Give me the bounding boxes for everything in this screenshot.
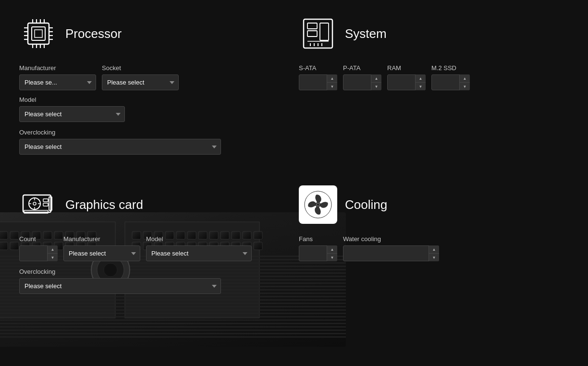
water-cooling-down-arrow[interactable]: ▼: [429, 254, 439, 261]
svg-rect-109: [0, 323, 346, 324]
gpu-manufacturer-field-group: Manufacturer Please select: [63, 235, 140, 261]
svg-rect-1: [32, 27, 45, 40]
water-cooling-field-group: Water cooling 0x ▲ ▼: [343, 235, 439, 261]
fan-icon: [304, 190, 332, 219]
svg-rect-113: [0, 336, 346, 338]
svg-rect-111: [0, 329, 346, 331]
sata-field-group: S-ATA 0x ▲ ▼: [299, 64, 337, 90]
gpu-model-label: Model: [146, 235, 252, 243]
count-spinner[interactable]: 1x ▲ ▼: [19, 245, 58, 261]
overclocking-select[interactable]: Please select: [19, 139, 221, 155]
fans-field-group: Fans 0x ▲ ▼: [299, 235, 337, 261]
gpu-manufacturer-select[interactable]: Please select: [63, 245, 140, 261]
count-up-arrow[interactable]: ▲: [48, 245, 58, 254]
socket-field-group: Socket Please select: [102, 64, 179, 90]
gpu-overclocking-label: Overclocking: [19, 268, 221, 275]
graphics-title: Graphics card: [65, 197, 143, 212]
ram-down-arrow[interactable]: ▼: [416, 83, 426, 90]
fans-spinner[interactable]: 0x ▲ ▼: [299, 245, 337, 261]
cooling-header: Cooling: [299, 185, 564, 224]
system-title: System: [345, 26, 387, 41]
ram-field-group: RAM 0x ▲ ▼: [387, 64, 426, 90]
water-cooling-spinner[interactable]: 0x ▲ ▼: [343, 245, 439, 261]
water-cooling-input[interactable]: 0x: [343, 245, 439, 261]
m2ssd-up-arrow[interactable]: ▲: [460, 74, 470, 83]
m2ssd-field-group: M.2 SSD 0x ▲ ▼: [431, 64, 470, 90]
sata-spinner[interactable]: 0x ▲ ▼: [299, 74, 337, 90]
svg-rect-20: [307, 23, 317, 29]
sata-arrows: ▲ ▼: [327, 74, 337, 90]
pata-label: P-ATA: [343, 64, 381, 72]
socket-label: Socket: [102, 64, 179, 72]
graphics-fields-row2: Overclocking Please select: [19, 268, 284, 294]
cooling-section: Cooling Fans 0x ▲ ▼ Water cooling 0x: [294, 171, 574, 310]
svg-rect-22: [320, 23, 329, 40]
cooling-title: Cooling: [345, 197, 387, 212]
system-header: System: [299, 14, 564, 53]
m2ssd-arrows: ▲ ▼: [459, 74, 470, 90]
water-cooling-up-arrow[interactable]: ▲: [429, 245, 439, 254]
sata-up-arrow[interactable]: ▲: [327, 74, 337, 83]
graphics-header: Graphics card: [19, 185, 284, 224]
gpu-overclocking-select[interactable]: Please select: [19, 278, 221, 294]
count-down-arrow[interactable]: ▼: [48, 254, 58, 261]
svg-rect-112: [0, 333, 346, 334]
ram-label: RAM: [387, 64, 426, 72]
cooling-fields-row1: Fans 0x ▲ ▼ Water cooling 0x ▲ ▼: [299, 235, 564, 261]
manufacturer-label: Manufacturer: [19, 64, 96, 72]
count-label: Count: [19, 235, 58, 243]
system-icon: [299, 14, 337, 53]
model-field-group: Model Please select: [19, 96, 125, 122]
overclocking-field-group: Overclocking Please select: [19, 129, 221, 155]
overclocking-label: Overclocking: [19, 129, 221, 136]
water-cooling-arrows: ▲ ▼: [429, 245, 439, 261]
fans-down-arrow[interactable]: ▼: [327, 254, 337, 261]
manufacturer-field-group: Manufacturer Please se...: [19, 64, 96, 90]
processor-header: Processor: [19, 14, 284, 53]
cooling-icon-wrapper: [299, 185, 337, 224]
svg-rect-28: [23, 195, 51, 212]
sata-down-arrow[interactable]: ▼: [327, 83, 337, 90]
ram-up-arrow[interactable]: ▲: [416, 74, 426, 83]
svg-rect-0: [28, 23, 49, 44]
svg-rect-18: [35, 30, 42, 37]
ram-arrows: ▲ ▼: [415, 74, 426, 90]
water-cooling-label: Water cooling: [343, 235, 439, 243]
ram-spinner[interactable]: 0x ▲ ▼: [387, 74, 426, 90]
gpu-model-field-group: Model Please select: [146, 235, 252, 261]
model-label: Model: [19, 96, 125, 103]
m2ssd-spinner[interactable]: 0x ▲ ▼: [431, 74, 470, 90]
manufacturer-select[interactable]: Please se...: [19, 74, 96, 90]
m2ssd-down-arrow[interactable]: ▼: [460, 83, 470, 90]
graphics-section: Graphics card Count 1x ▲ ▼ Manufacturer …: [14, 171, 294, 310]
pata-arrows: ▲ ▼: [371, 74, 381, 90]
gpu-model-select[interactable]: Please select: [146, 245, 252, 261]
system-fields-row1: S-ATA 0x ▲ ▼ P-ATA 0x ▲ ▼: [299, 64, 564, 90]
svg-rect-110: [0, 326, 346, 328]
processor-section: Processor Manufacturer Please se... Sock…: [14, 10, 294, 171]
count-arrows: ▲ ▼: [47, 245, 58, 261]
svg-rect-21: [307, 31, 317, 37]
svg-point-41: [317, 204, 319, 206]
pata-spinner[interactable]: 0x ▲ ▼: [343, 74, 381, 90]
processor-fields-row2: Overclocking Please select: [19, 129, 284, 155]
fans-label: Fans: [299, 235, 337, 243]
svg-rect-38: [43, 203, 48, 206]
socket-select[interactable]: Please select: [102, 74, 179, 90]
graphics-fields-row1: Count 1x ▲ ▼ Manufacturer Please select …: [19, 235, 284, 261]
pata-down-arrow[interactable]: ▼: [371, 83, 381, 90]
gpu-icon: [19, 185, 58, 224]
gpu-overclocking-field-group: Overclocking Please select: [19, 268, 221, 294]
processor-fields-row1: Manufacturer Please se... Socket Please …: [19, 64, 284, 122]
fans-up-arrow[interactable]: ▲: [327, 245, 337, 254]
system-section: System S-ATA 0x ▲ ▼ P-ATA 0x ▲: [294, 10, 574, 171]
svg-point-30: [33, 202, 36, 205]
model-select[interactable]: Please select: [19, 106, 125, 122]
fans-arrows: ▲ ▼: [327, 245, 337, 261]
count-field-group: Count 1x ▲ ▼: [19, 235, 58, 261]
processor-title: Processor: [65, 26, 122, 41]
m2ssd-label: M.2 SSD: [431, 64, 470, 72]
sata-label: S-ATA: [299, 64, 337, 72]
pata-up-arrow[interactable]: ▲: [371, 74, 381, 83]
svg-rect-37: [43, 199, 48, 202]
